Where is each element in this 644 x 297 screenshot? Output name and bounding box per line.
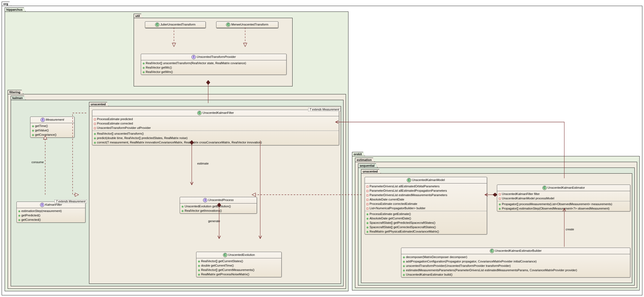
pkg-unscented2: unscented CUnscentedKalmanModel Paramete… xyxy=(361,173,632,283)
label-create: create xyxy=(566,228,574,231)
pkg-orekit: orekit estimation sequential unscented C… xyxy=(352,156,640,290)
class-ukmodel: CUnscentedKalmanModel ParameterDriversLi… xyxy=(365,177,487,234)
pkg-org: org hipparchus util CJulierUnscentedTran… xyxy=(2,6,642,295)
pkg-hipparchus: hipparchus util CJulierUnscentedTransfor… xyxy=(5,12,348,291)
label-consume: consume xyxy=(32,160,44,164)
pkg-filtering-tab: filtering xyxy=(8,90,23,94)
class-measurement-name: Measurement xyxy=(46,118,64,121)
pkg-sequential: sequential unscented CUnscentedKalmanMod… xyxy=(358,168,635,285)
pkg-kalman: kalman IMeasurement getTime() getValue()… xyxy=(11,100,344,286)
class-merwe-name: MerweUnscentedTransform xyxy=(231,23,268,26)
class-uprocess-name: UnscentedProcess xyxy=(208,198,233,202)
class-ukf-name: UnscentedKalmanFilter xyxy=(202,111,234,114)
class-ukf: T extends Measurement CUnscentedKalmanFi… xyxy=(92,110,339,145)
class-kalmanfilter-name: KalmanFilter xyxy=(45,203,62,206)
label-estimate: estimate xyxy=(197,162,209,165)
class-utp: IUnscentedTransformProvider RealVector[]… xyxy=(141,54,287,75)
pkg-org-tab: org xyxy=(2,2,11,6)
pkg-hipparchus-tab: hipparchus xyxy=(5,7,25,12)
pkg-orekit-tab: orekit xyxy=(352,152,365,156)
class-ukestimator-name: UnscentedKalmanEstimator xyxy=(548,186,585,189)
class-uevolution-name: UnscentedEvolution xyxy=(228,253,255,256)
class-utp-name: UnscentedTransformProvider xyxy=(197,55,236,58)
class-uevolution: CUnscentedEvolution RealVector[] getCurr… xyxy=(196,252,282,277)
pkg-unscented2-tab: unscented xyxy=(361,169,381,173)
class-measurement: IMeasurement getTime() getValue() getCov… xyxy=(30,117,75,138)
pkg-sequential-tab: sequential xyxy=(358,163,377,168)
pkg-unscented1-tab: unscented xyxy=(89,102,109,106)
class-ukmodel-name: UnscentedKalmanModel xyxy=(412,178,445,182)
pkg-estimation: estimation sequential unscented CUnscent… xyxy=(355,162,637,288)
pkg-unscented1: unscented T extends Measurement CUnscent… xyxy=(89,106,341,284)
class-ukestimator: CUnscentedKalmanEstimator UnscentedKalma… xyxy=(497,185,630,211)
kalmanfilter-template: T extends Measurement xyxy=(55,200,87,203)
ukf-template: T extends Measurement xyxy=(308,108,340,111)
class-kalmanfilter: T extends Measurement IKalmanFilter esti… xyxy=(16,202,85,223)
class-julier-name: JulierUnscentedTransform xyxy=(160,23,196,26)
class-uprocess: IUnscentedProcess UnscentedEvolution get… xyxy=(180,197,257,214)
class-merwe: CMerweUnscentedTransform xyxy=(216,21,278,28)
pkg-estimation-tab: estimation xyxy=(355,158,375,162)
uml-diagram: org hipparchus util CJulierUnscentedTran… xyxy=(0,0,644,297)
class-ukbuilder-name: UnscentedKalmanEstimatorBuilder xyxy=(495,249,542,252)
pkg-filtering: filtering kalman IMeasurement getTime() … xyxy=(8,94,346,289)
label-generate: generate xyxy=(208,219,220,223)
pkg-util: util CJulierUnscentedTransform CMerweUns… xyxy=(134,18,293,86)
pkg-kalman-tab: kalman xyxy=(11,96,26,100)
pkg-util-tab: util xyxy=(134,14,143,18)
class-julier: CJulierUnscentedTransform xyxy=(145,21,206,28)
class-ukbuilder: CUnscentedKalmanEstimatorBuilder decompo… xyxy=(401,248,630,278)
